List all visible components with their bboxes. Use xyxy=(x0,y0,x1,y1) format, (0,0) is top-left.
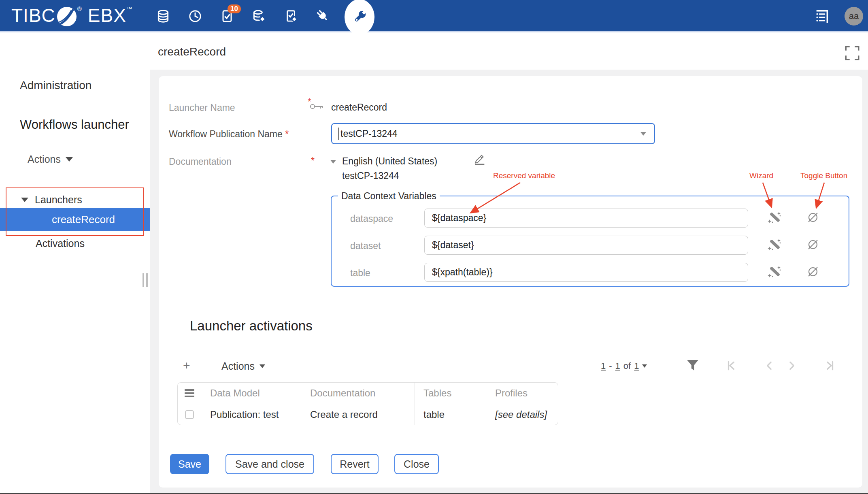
documentation-label: Documentation xyxy=(169,156,232,167)
column-header-tables[interactable]: Tables xyxy=(415,383,486,404)
dataspace-input[interactable]: ${dataspace} xyxy=(424,209,748,228)
user-avatar[interactable]: aa xyxy=(845,7,863,26)
sidebar-module-title: Workflows launcher xyxy=(20,117,129,132)
workflow-publication-name-combobox[interactable]: testCP-13244 xyxy=(331,123,655,144)
launcher-name-required-marker: * xyxy=(308,96,311,107)
dataspaces-icon[interactable] xyxy=(155,8,171,24)
tree-expander-icon[interactable] xyxy=(21,198,28,202)
row-checkbox[interactable] xyxy=(185,410,194,419)
perspectives-list-icon[interactable] xyxy=(813,7,831,27)
launcher-name-label: Launcher Name xyxy=(169,102,235,113)
wizard-icon-dataspace[interactable] xyxy=(767,210,782,224)
dataset-input[interactable]: ${dataset} xyxy=(424,236,748,255)
logo-text-ebx: EBX xyxy=(88,4,126,26)
launcher-name-value: createRecord xyxy=(331,102,387,113)
logo-text-tibc: TIBC xyxy=(11,4,55,26)
checklist-validation-icon[interactable] xyxy=(283,8,299,24)
row-select-cell xyxy=(178,404,201,425)
fullscreen-icon[interactable] xyxy=(844,45,861,63)
wpn-required-marker: * xyxy=(285,129,289,139)
edit-pencil-icon[interactable] xyxy=(473,151,487,167)
filter-funnel-icon[interactable] xyxy=(687,360,699,373)
previous-page-icon[interactable] xyxy=(764,360,776,373)
sidebar-actions-menu[interactable]: Actions xyxy=(28,153,73,165)
fieldset-legend: Data Context Variables xyxy=(338,191,440,202)
sidebar-item-launchers[interactable]: Launchers xyxy=(21,194,82,206)
pagination-range[interactable]: 1 - 1 of 1 xyxy=(601,361,647,371)
workflow-publication-name-value: testCP-13244 xyxy=(340,128,640,139)
avatar-initials: aa xyxy=(849,11,859,21)
annotation-reserved-variable: Reserved variable xyxy=(493,171,555,180)
createrecord-label: createRecord xyxy=(52,213,115,226)
column-header-profiles[interactable]: Profiles xyxy=(486,383,557,404)
workflow-tasks-icon[interactable]: 10 xyxy=(219,8,235,24)
registered-mark: ® xyxy=(77,5,82,12)
top-navigation-bar: TIBC ® EBX™ xyxy=(0,0,868,32)
cell-tables: table xyxy=(415,404,486,425)
toggle-button-icon-dataset[interactable] xyxy=(806,237,820,252)
wizard-icon-dataset[interactable] xyxy=(767,237,782,251)
column-header-documentation[interactable]: Documentation xyxy=(301,383,415,404)
history-clock-icon[interactable] xyxy=(187,8,203,24)
wizard-icon-table[interactable] xyxy=(767,264,782,279)
table-label: table xyxy=(350,268,370,279)
data-validation-icon[interactable] xyxy=(251,8,267,24)
last-page-icon[interactable] xyxy=(823,360,836,373)
revert-button[interactable]: Revert xyxy=(331,454,379,474)
breadcrumb-administration[interactable]: Administration xyxy=(20,79,91,92)
documentation-value: testCP-13244 xyxy=(342,170,399,181)
header-icon-menu: 10 xyxy=(155,0,347,32)
next-page-icon[interactable] xyxy=(785,360,798,373)
table-input[interactable]: ${xpath(table)} xyxy=(424,263,748,282)
tibco-ebx-logo: TIBC ® EBX™ xyxy=(11,4,133,32)
close-button[interactable]: Close xyxy=(394,454,439,474)
save-and-close-button[interactable]: Save and close xyxy=(226,454,314,474)
activations-actions-menu[interactable]: Actions xyxy=(221,360,265,372)
workflow-publication-name-label: Workflow Publication Name * xyxy=(169,129,289,140)
sidebar-item-activations[interactable]: Activations xyxy=(36,238,85,249)
annotation-wizard: Wizard xyxy=(749,171,773,180)
administration-wrench-icon[interactable] xyxy=(345,0,374,35)
page-title: createRecord xyxy=(158,45,226,58)
launcher-activations-title: Launcher activations xyxy=(190,318,313,334)
cell-documentation: Create a record xyxy=(301,404,415,425)
save-button[interactable]: Save xyxy=(170,454,209,474)
documentation-collapse-icon[interactable] xyxy=(330,160,336,164)
primary-key-icon: * xyxy=(309,101,325,113)
dataspace-label: dataspace xyxy=(350,213,393,224)
column-menu-icon[interactable] xyxy=(178,383,201,404)
toggle-button-icon-table[interactable] xyxy=(806,264,820,279)
sidebar: Administration Workflows launcher Action… xyxy=(0,34,150,494)
toggle-button-icon-dataspace[interactable] xyxy=(806,210,820,225)
activations-label: Activations xyxy=(36,238,85,249)
sidebar-resize-handle[interactable] xyxy=(143,273,148,287)
sidebar-actions-label: Actions xyxy=(28,153,61,165)
chevron-down-icon xyxy=(260,364,265,368)
text-cursor xyxy=(338,128,339,140)
tasks-count-badge: 10 xyxy=(228,4,241,13)
documentation-locale: English (United States) xyxy=(342,156,437,167)
launchers-label: Launchers xyxy=(35,194,82,206)
documentation-required-marker: * xyxy=(311,155,315,166)
add-activation-button[interactable]: + xyxy=(183,359,190,373)
chevron-down-icon xyxy=(66,157,73,162)
integration-plug-icon[interactable] xyxy=(315,8,331,24)
table-row[interactable]: Publication: test Create a record table … xyxy=(178,404,558,425)
first-page-icon[interactable] xyxy=(725,360,738,373)
dataset-label: dataset xyxy=(350,241,381,251)
chevron-down-icon xyxy=(642,364,647,368)
table-header-row: Data Model Documentation Tables Profiles xyxy=(178,383,558,404)
column-header-data-model[interactable]: Data Model xyxy=(201,383,301,404)
trademark-mark: ™ xyxy=(126,5,133,12)
sidebar-item-createrecord[interactable]: createRecord xyxy=(0,208,150,231)
combobox-dropdown-icon[interactable] xyxy=(640,132,646,136)
tibco-o-swoosh-icon xyxy=(56,6,77,32)
cell-data-model: Publication: test xyxy=(201,404,301,425)
ebx-application: TIBC ® EBX™ xyxy=(0,0,868,494)
activations-table: Data Model Documentation Tables Profiles… xyxy=(177,382,558,425)
annotation-toggle-button: Toggle Button xyxy=(800,171,847,180)
cell-profiles: [see details] xyxy=(486,404,557,425)
